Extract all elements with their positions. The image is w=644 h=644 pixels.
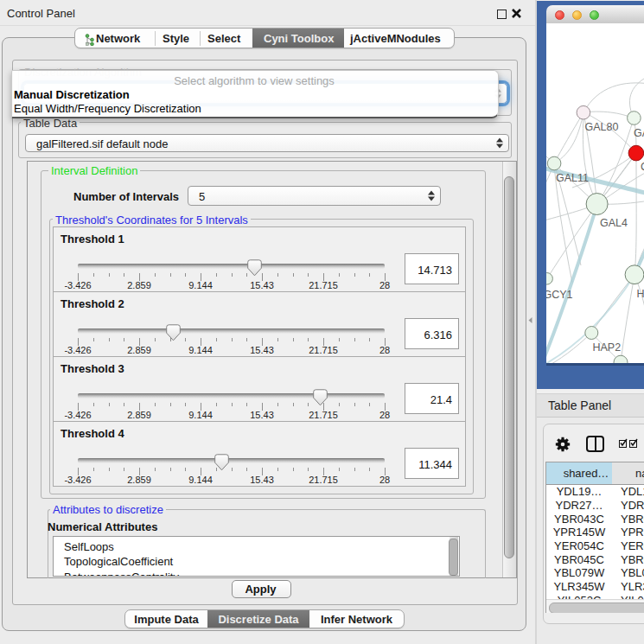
svg-text:GAL4: GAL4 (600, 217, 628, 229)
svg-text:HAP2: HAP2 (593, 341, 622, 354)
svg-text:GA: GA (634, 127, 644, 139)
svg-text:GCY1: GCY1 (546, 289, 573, 301)
svg-text:GAL80: GAL80 (585, 121, 619, 133)
svg-text:GAL11: GAL11 (556, 172, 589, 184)
svg-text:C: C (641, 161, 644, 173)
svg-text:H: H (637, 288, 644, 300)
